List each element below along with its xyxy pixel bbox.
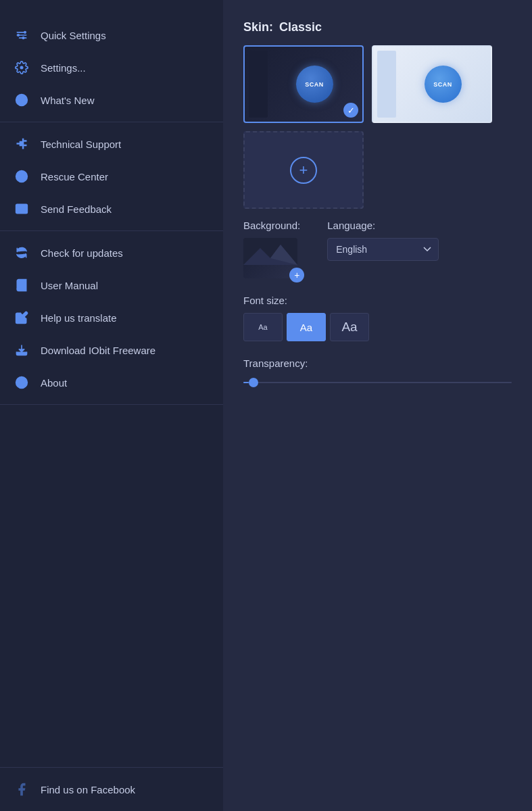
sidebar-item-label: User Manual (41, 280, 98, 291)
sliders-icon (14, 27, 30, 43)
transparency-track (243, 382, 512, 383)
font-size-medium-button[interactable]: Aa (287, 313, 326, 341)
sidebar-item-download-freeware[interactable]: Download IObit Freeware (0, 334, 223, 366)
sidebar-item-check-for-updates[interactable]: Check for updates (0, 237, 223, 269)
transparency-fill (243, 382, 249, 383)
facebook-icon (14, 781, 30, 797)
mountain-svg (243, 238, 297, 265)
language-group: Language: English French German Spanish … (327, 220, 439, 261)
skin-add-icon: + (290, 157, 317, 184)
gear-icon (14, 59, 30, 76)
svg-point-4 (17, 34, 20, 36)
language-select[interactable]: English French German Spanish Chinese Ja… (327, 238, 439, 261)
font-size-small-button[interactable]: Aa (243, 313, 283, 341)
sidebar-item-label: Help us translate (41, 312, 117, 324)
skin-grid: SCAN ✓ SCAN (243, 45, 512, 209)
sidebar-footer-facebook[interactable]: Find us on Facebook (0, 767, 223, 811)
sidebar-item-label: Rescue Center (41, 171, 108, 182)
sidebar-item-help-translate[interactable]: Help us translate (0, 301, 223, 334)
main-content: Skin: Classic SCAN ✓ (223, 0, 532, 811)
circle-info-icon (14, 92, 30, 108)
sidebar-item-label: Settings... (41, 62, 86, 74)
skin-light-preview: SCAN (373, 47, 491, 122)
refresh-icon (14, 245, 30, 261)
sidebar-footer-label: Find us on Facebook (41, 784, 135, 795)
transparency-slider-container (243, 376, 512, 389)
font-size-buttons: Aa Aa Aa (243, 313, 512, 341)
sidebar-item-user-manual[interactable]: User Manual (0, 269, 223, 301)
sidebar-item-label: What's New (41, 95, 95, 106)
sidebar-section-main: Quick Settings Settings... What's New (0, 14, 223, 122)
scan-button-preview-light: SCAN (425, 66, 462, 103)
sidebar-item-send-feedback[interactable]: Send Feedback (0, 193, 223, 225)
background-label: Background: (243, 220, 300, 231)
transparency-section: Transparency: (243, 358, 512, 389)
sidebar-item-whats-new[interactable]: What's New (0, 84, 223, 116)
sidebar-item-settings[interactable]: Settings... (0, 51, 223, 84)
font-size-large-button[interactable]: Aa (330, 313, 369, 341)
svg-rect-0 (17, 32, 25, 33)
sidebar-item-label: About (41, 377, 67, 389)
background-group: Background: + (243, 220, 300, 278)
skin-title: Skin: Classic (243, 20, 512, 34)
transparency-label: Transparency: (243, 358, 512, 369)
book-icon (14, 277, 30, 293)
sidebar-item-label: Download IObit Freeware (41, 345, 155, 356)
sidebar-item-about[interactable]: About (0, 366, 223, 399)
sidebar-item-label: Quick Settings (41, 30, 106, 41)
sidebar-section-misc: Check for updates User Manual Help us tr… (0, 231, 223, 405)
svg-point-5 (22, 36, 24, 39)
rescue-icon (14, 168, 30, 185)
language-label: Language: (327, 220, 439, 231)
cross-icon (14, 136, 30, 152)
skin-section: Skin: Classic SCAN ✓ (243, 20, 512, 209)
skin-selected-name: Classic (279, 20, 322, 34)
skin-dark[interactable]: SCAN ✓ (243, 45, 364, 123)
transparency-thumb[interactable] (249, 378, 258, 387)
sidebar-item-rescue-center[interactable]: Rescue Center (0, 160, 223, 193)
envelope-icon (14, 201, 30, 217)
sidebar-item-label: Check for updates (41, 247, 123, 259)
svg-point-3 (24, 31, 26, 34)
skin-add-button[interactable]: + (243, 131, 364, 209)
skin-selected-check: ✓ (343, 103, 358, 118)
background-picker[interactable]: + (243, 238, 300, 278)
scan-button-preview: SCAN (296, 66, 333, 103)
font-size-section: Font size: Aa Aa Aa (243, 295, 512, 341)
circle-r-icon (14, 374, 30, 391)
font-size-label: Font size: (243, 295, 512, 306)
download-icon (14, 342, 30, 358)
background-add-icon[interactable]: + (289, 268, 304, 282)
sidebar-item-label: Technical Support (41, 139, 121, 150)
sidebar-item-technical-support[interactable]: Technical Support (0, 128, 223, 160)
skin-light[interactable]: SCAN (372, 45, 492, 123)
background-language-row: Background: + Language: English French G… (243, 220, 512, 278)
sidebar-section-support: Technical Support Rescue Center Send Fee… (0, 122, 223, 231)
sidebar-item-label: Send Feedback (41, 203, 112, 215)
pencil-icon (14, 310, 30, 326)
sidebar: Quick Settings Settings... What's New Te… (0, 0, 223, 811)
skin-label-text: Skin: (243, 20, 273, 34)
sidebar-spacer (0, 405, 223, 767)
sidebar-item-quick-settings[interactable]: Quick Settings (0, 19, 223, 51)
